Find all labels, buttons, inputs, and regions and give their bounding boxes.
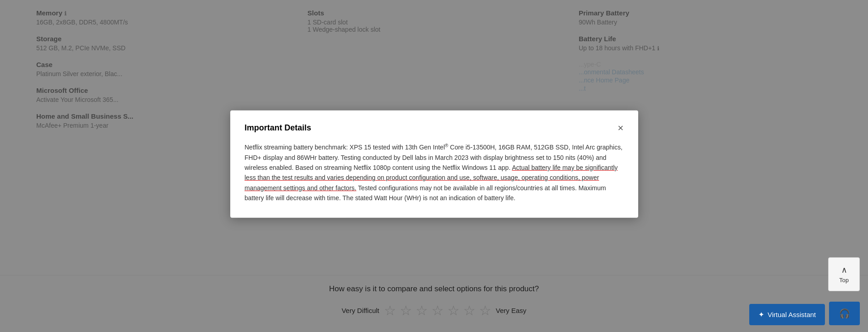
- scroll-to-top-button[interactable]: ∧ Top: [828, 257, 860, 291]
- top-arrow-icon: ∧: [841, 265, 847, 275]
- virtual-assistant-button[interactable]: ✦ Virtual Assistant: [749, 304, 825, 325]
- top-button-label: Top: [839, 277, 849, 284]
- virtual-assistant-icon: ✦: [758, 310, 764, 319]
- modal-header: Important Details ×: [245, 123, 624, 133]
- headset-icon: 🎧: [839, 308, 850, 319]
- modal-close-button[interactable]: ×: [618, 123, 624, 133]
- body-text-1: Netflix streaming battery benchmark: XPS…: [245, 144, 445, 151]
- virtual-assistant-label: Virtual Assistant: [768, 311, 816, 318]
- important-details-modal: Important Details × Netflix streaming ba…: [230, 110, 638, 217]
- headset-button[interactable]: 🎧: [829, 302, 860, 325]
- modal-body: Netflix streaming battery benchmark: XPS…: [245, 142, 624, 203]
- modal-title: Important Details: [245, 123, 311, 132]
